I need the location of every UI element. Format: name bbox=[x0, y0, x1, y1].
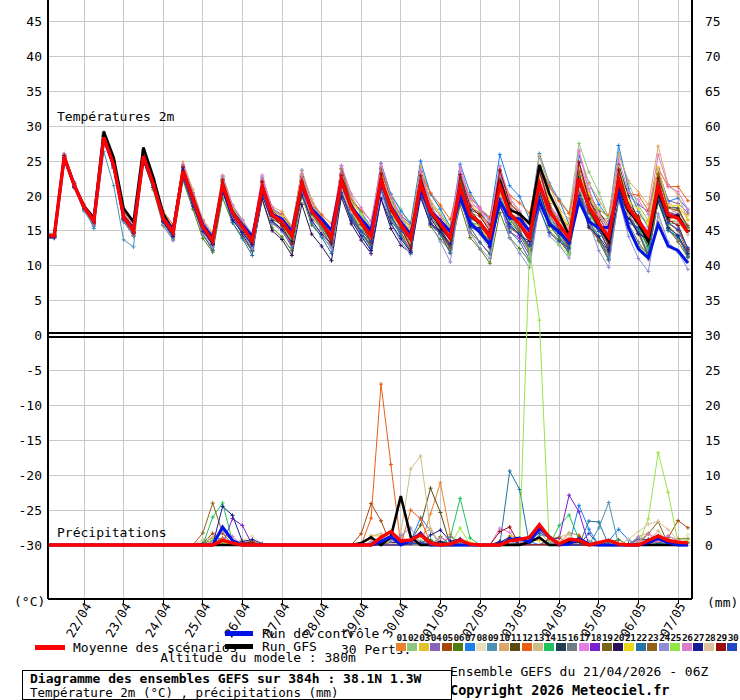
pert-number: 12 bbox=[522, 632, 533, 643]
pert-swatch-24 bbox=[659, 643, 669, 651]
left-axis-tick-label: -10 bbox=[19, 398, 42, 413]
right-axis-tick-label: 75 bbox=[705, 14, 721, 29]
pert-number: 05 bbox=[442, 632, 453, 643]
pert-number: 20 bbox=[613, 632, 624, 643]
copyright-label: Copyright 2026 Meteociel.fr bbox=[450, 682, 669, 698]
series-group bbox=[48, 131, 690, 546]
pert-swatch-09 bbox=[487, 643, 497, 651]
pert-number: 28 bbox=[704, 632, 715, 643]
pert-number: 21 bbox=[624, 632, 635, 643]
left-axis-tick-label: 15 bbox=[26, 223, 42, 238]
left-axis-tick-label: -25 bbox=[19, 503, 42, 518]
pert-swatch-15 bbox=[556, 643, 566, 651]
pert-number: 23 bbox=[647, 632, 658, 643]
date-label: 25/04 bbox=[182, 600, 214, 640]
right-axis-tick-label: 60 bbox=[705, 119, 721, 134]
diagram-info-box: Diagramme des ensembles GEFS sur 384h : … bbox=[22, 670, 452, 700]
pert-number: 04 bbox=[430, 632, 441, 643]
pert-number: 26 bbox=[682, 632, 693, 643]
pert-swatch-18 bbox=[590, 643, 600, 651]
pert-swatch-11 bbox=[510, 643, 520, 651]
right-axis-tick-label: 65 bbox=[705, 84, 721, 99]
model-altitude-label: Altitude du modele : 380m bbox=[48, 650, 468, 665]
pert-swatch-10 bbox=[499, 643, 509, 651]
left-axis-tick-label: -30 bbox=[19, 538, 42, 553]
meteociel-ensemble-diagram: 454035302520151050-5-10-15-20-25-3075706… bbox=[0, 0, 740, 700]
pert-number: 24 bbox=[659, 632, 670, 643]
pert-swatch-22 bbox=[636, 643, 646, 651]
pert-number: 29 bbox=[716, 632, 727, 643]
left-axis-tick-label: 0 bbox=[34, 328, 42, 343]
pert-number: 17 bbox=[579, 632, 590, 643]
left-axis-tick-label: 30 bbox=[26, 119, 42, 134]
right-axis-tick-label: 15 bbox=[705, 433, 721, 448]
pert-swatch-19 bbox=[602, 643, 612, 651]
pert-swatch-21 bbox=[624, 643, 634, 651]
date-label: 22/04 bbox=[63, 600, 95, 640]
pert-swatch-17 bbox=[579, 643, 589, 651]
left-axis-tick-label: 5 bbox=[34, 293, 42, 308]
pert-number: 15 bbox=[556, 632, 567, 643]
date-label: 24/04 bbox=[142, 600, 174, 640]
precipitation-panel-label: Précipitations bbox=[57, 525, 167, 540]
member-precip-line bbox=[48, 248, 688, 545]
member-precip-markers bbox=[221, 382, 680, 545]
pert-swatch-13 bbox=[533, 643, 543, 651]
left-axis-tick-label: 20 bbox=[26, 189, 42, 204]
pert-swatch-16 bbox=[567, 643, 577, 651]
pert-swatch-26 bbox=[682, 643, 692, 651]
control-legend-swatch bbox=[225, 631, 253, 636]
pert-numbers-row: 0102030405060708091011121314151617181920… bbox=[396, 632, 740, 643]
pert-number: 18 bbox=[590, 632, 601, 643]
pert-number: 22 bbox=[636, 632, 647, 643]
left-axis-tick-label: -15 bbox=[19, 433, 42, 448]
pert-number: 07 bbox=[465, 632, 476, 643]
pert-number: 14 bbox=[544, 632, 555, 643]
pert-number: 02 bbox=[407, 632, 418, 643]
pert-swatch-20 bbox=[613, 643, 623, 651]
right-axis-tick-label: 40 bbox=[705, 258, 721, 273]
pert-swatch-23 bbox=[647, 643, 657, 651]
right-axis-tick-label: 35 bbox=[705, 293, 721, 308]
pert-number: 03 bbox=[419, 632, 430, 643]
pert-number: 30 bbox=[727, 632, 738, 643]
right-axis-tick-label: 0 bbox=[705, 538, 713, 553]
member-precip-markers bbox=[211, 246, 690, 546]
left-axis-tick-label: 40 bbox=[26, 49, 42, 64]
diagram-title: Diagramme des ensembles GEFS sur 384h : … bbox=[30, 672, 451, 686]
right-axis-tick-label: 5 bbox=[705, 503, 713, 518]
right-axis-tick-label: 70 bbox=[705, 49, 721, 64]
pert-swatch-25 bbox=[670, 643, 680, 651]
left-axis-tick-label: 10 bbox=[26, 258, 42, 273]
member-precip-markers bbox=[211, 496, 651, 544]
gfs-legend-swatch bbox=[225, 644, 253, 649]
left-axis-unit: (°C) bbox=[14, 594, 45, 609]
member-precip-line bbox=[48, 384, 688, 545]
temperature-panel-label: Températures 2m bbox=[57, 109, 175, 124]
left-axis-tick-label: 25 bbox=[26, 154, 42, 169]
pert-number: 06 bbox=[453, 632, 464, 643]
left-axis-tick-label: 35 bbox=[26, 84, 42, 99]
right-axis-tick-label: 20 bbox=[705, 398, 721, 413]
pert-number: 16 bbox=[567, 632, 578, 643]
pert-number: 01 bbox=[396, 632, 407, 643]
left-axis-tick-label: 45 bbox=[26, 14, 42, 29]
pert-swatch-12 bbox=[522, 643, 532, 651]
pert-swatch-08 bbox=[476, 643, 486, 651]
run-info-label: Ensemble GEFS du 21/04/2026 - 06Z bbox=[450, 664, 708, 679]
pert-swatch-27 bbox=[693, 643, 703, 651]
pert-number: 09 bbox=[487, 632, 498, 643]
right-axis-tick-label: 45 bbox=[705, 223, 721, 238]
pert-number: 08 bbox=[476, 632, 487, 643]
ensemble-chart: 454035302520151050-5-10-15-20-25-3075706… bbox=[0, 0, 740, 700]
right-axis-unit: (mm) bbox=[707, 595, 738, 610]
pert-number: 25 bbox=[670, 632, 681, 643]
pert-number: 11 bbox=[510, 632, 521, 643]
pert-swatch-30 bbox=[727, 643, 737, 651]
pert-number: 10 bbox=[499, 632, 510, 643]
date-label: 23/04 bbox=[102, 600, 134, 640]
right-axis-tick-label: 50 bbox=[705, 189, 721, 204]
pert-number: 27 bbox=[693, 632, 704, 643]
right-axis-tick-label: 30 bbox=[705, 328, 721, 343]
pert-swatch-28 bbox=[704, 643, 714, 651]
